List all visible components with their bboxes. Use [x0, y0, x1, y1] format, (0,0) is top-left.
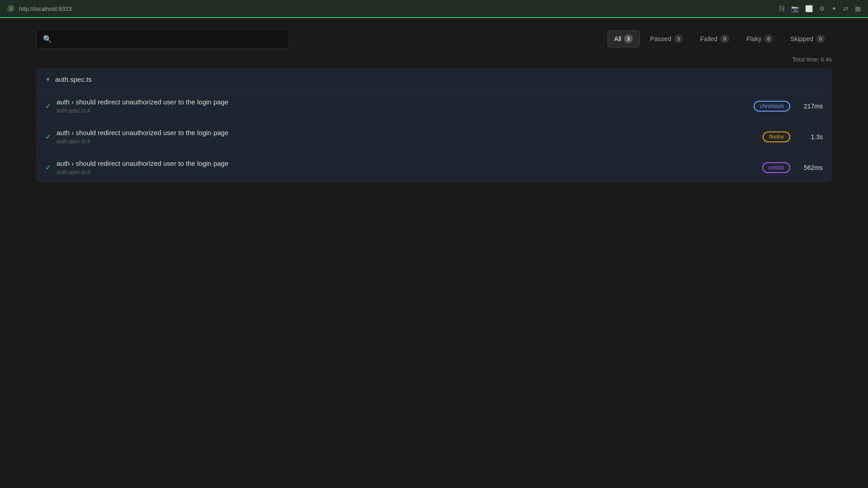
total-time: Total time: 6.4s: [36, 56, 832, 63]
test-duration: 562ms: [796, 164, 823, 171]
test-group: ▼ auth.spec.ts ✓ auth › should redirect …: [36, 68, 832, 183]
tablet-icon[interactable]: ⬜: [805, 5, 813, 12]
filter-all-badge: 3: [624, 34, 633, 43]
test-title: auth › should redirect unauthorized user…: [57, 160, 762, 167]
pass-check-icon: ✓: [45, 102, 51, 110]
filter-tab-passed[interactable]: Passed 3: [643, 30, 690, 47]
search-icon: 🔍: [43, 35, 52, 43]
test-duration: 217ms: [796, 103, 823, 110]
filter-tabs: All 3 Passed 3 Failed 0 Flaky 0 Skipped …: [608, 30, 832, 47]
url-label: http://localhost:9323: [19, 5, 71, 12]
table-row[interactable]: ✓ auth › should redirect unauthorized us…: [36, 122, 832, 152]
test-meta: webkit 562ms: [762, 162, 823, 173]
filter-tab-skipped[interactable]: Skipped 0: [783, 30, 832, 47]
search-box: 🔍: [36, 29, 289, 49]
filter-failed-label: Failed: [700, 35, 717, 42]
test-duration: 1.3s: [796, 133, 823, 141]
test-meta: firefox 1.3s: [763, 131, 823, 142]
filter-passed-badge: 3: [674, 34, 683, 43]
chevron-down-icon: ▼: [45, 76, 51, 83]
layout-icon[interactable]: ▦: [855, 5, 861, 12]
filter-skipped-label: Skipped: [790, 35, 813, 42]
search-input[interactable]: [57, 35, 283, 42]
filter-flaky-badge: 0: [764, 34, 773, 43]
test-file: auth.spec.ts:4: [57, 138, 763, 145]
pass-check-icon: ✓: [45, 132, 51, 141]
browser-badge-chromium: chromium: [754, 101, 790, 112]
test-info: auth › should redirect unauthorized user…: [57, 98, 754, 114]
filter-tab-failed[interactable]: Failed 0: [693, 30, 736, 47]
filter-failed-badge: 0: [720, 34, 729, 43]
filter-passed-label: Passed: [650, 35, 671, 42]
swap-icon[interactable]: ⇄: [843, 5, 849, 12]
pin-icon[interactable]: ✦: [831, 5, 837, 12]
table-row[interactable]: ✓ auth › should redirect unauthorized us…: [36, 91, 832, 122]
browser-badge-webkit: webkit: [762, 162, 790, 173]
filter-tab-flaky[interactable]: Flaky 0: [740, 30, 780, 47]
pass-check-icon: ✓: [45, 163, 51, 172]
group-header[interactable]: ▼ auth.spec.ts: [36, 68, 832, 91]
test-info: auth › should redirect unauthorized user…: [57, 129, 763, 145]
info-icon: i: [7, 5, 14, 12]
gear-icon[interactable]: ⚙: [819, 5, 825, 12]
top-bar-left: i http://localhost:9323: [7, 5, 71, 12]
filter-tab-all[interactable]: All 3: [608, 30, 640, 47]
filter-flaky-label: Flaky: [746, 35, 761, 42]
top-bar-icons: ⛓ 📷 ⬜ ⚙ ✦ ⇄ ▦: [778, 5, 861, 12]
filter-skipped-badge: 0: [816, 34, 825, 43]
table-row[interactable]: ✓ auth › should redirect unauthorized us…: [36, 152, 832, 183]
camera-icon[interactable]: 📷: [791, 5, 799, 12]
top-bar: i http://localhost:9323 ⛓ 📷 ⬜ ⚙ ✦ ⇄ ▦: [0, 0, 868, 18]
link-icon[interactable]: ⛓: [778, 5, 785, 12]
main-content: 🔍 All 3 Passed 3 Failed 0 Flaky 0 Skippe…: [0, 18, 868, 193]
test-title: auth › should redirect unauthorized user…: [57, 98, 754, 106]
browser-badge-firefox: firefox: [763, 131, 790, 142]
test-meta: chromium 217ms: [754, 101, 823, 112]
group-title: auth.spec.ts: [55, 75, 92, 83]
test-file: auth.spec.ts:4: [57, 108, 754, 114]
test-title: auth › should redirect unauthorized user…: [57, 129, 763, 136]
test-info: auth › should redirect unauthorized user…: [57, 160, 762, 175]
test-file: auth.spec.ts:4: [57, 169, 762, 175]
controls-row: 🔍 All 3 Passed 3 Failed 0 Flaky 0 Skippe…: [36, 29, 832, 49]
filter-all-label: All: [614, 35, 622, 42]
